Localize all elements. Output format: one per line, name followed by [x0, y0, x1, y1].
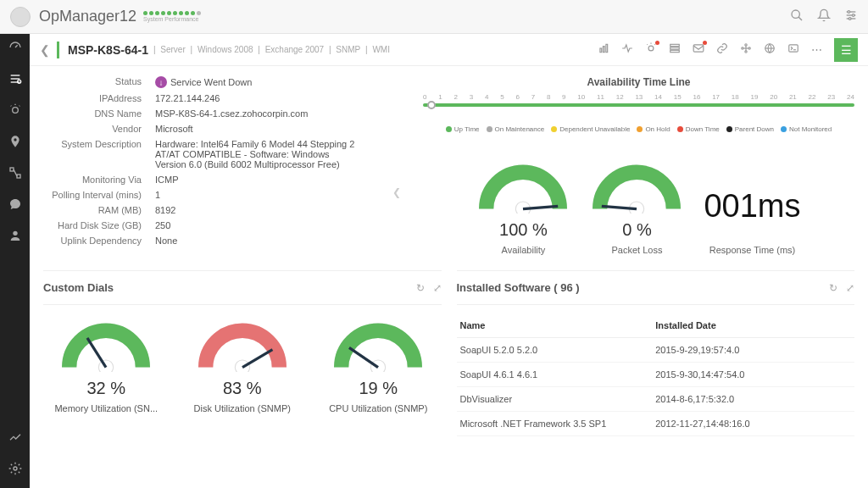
svg-rect-18	[10, 168, 14, 171]
device-meta: | Server | Windows 2008 | Exchange 2007 …	[153, 45, 392, 54]
svg-point-35	[745, 44, 747, 46]
svg-line-28	[654, 44, 655, 45]
status-badge: ↓Service Went Down	[155, 76, 252, 88]
svg-rect-31	[670, 47, 680, 49]
svg-line-29	[647, 44, 648, 45]
sidebar-dashboard-icon[interactable]	[7, 41, 24, 57]
system-performance-indicator: System Performance	[143, 11, 201, 22]
packet-loss-gauge: 0 % Packet Loss	[590, 158, 683, 255]
svg-rect-19	[17, 175, 20, 178]
refresh-icon[interactable]: ↻	[829, 282, 837, 294]
link-icon[interactable]	[716, 42, 728, 57]
device-info-panel: Status↓Service Went Down IPAddress172.21…	[43, 76, 408, 255]
device-name: MSP-K8S-64-1	[68, 43, 148, 57]
svg-point-34	[742, 47, 743, 49]
dial: 19 %CPU Utilization (SNMP)	[315, 317, 442, 413]
svg-rect-42	[789, 45, 798, 52]
svg-line-8	[15, 45, 18, 47]
svg-point-0	[792, 10, 799, 18]
svg-point-5	[848, 10, 850, 13]
sidebar-alarm-icon[interactable]	[7, 103, 24, 119]
status-bar	[57, 42, 59, 58]
mail-icon[interactable]	[693, 42, 704, 57]
table-row[interactable]: SoapUI 4.6.1 4.6.12015-9-30,14:47:54.0	[457, 363, 855, 387]
brand: OpManager12	[39, 8, 136, 25]
svg-line-49	[87, 338, 106, 368]
alarm-icon[interactable]	[645, 42, 657, 57]
svg-rect-32	[670, 50, 680, 52]
installed-software-panel: Installed Software ( 96 ) ↻⤢ NameInstall…	[457, 270, 855, 436]
svg-rect-30	[670, 44, 680, 46]
custom-dials-panel: Custom Dials ↻⤢ 32 %Memory Utilization (…	[43, 270, 442, 436]
expand-icon[interactable]: ⤢	[433, 282, 442, 294]
table-row[interactable]: Microsoft .NET Framework 3.5 SP12012-11-…	[457, 412, 855, 436]
dial: 83 %Disk Utilization (SNMP)	[180, 317, 306, 413]
availability-timeline[interactable]: 0123456789101112131415161718192021222324	[423, 93, 854, 119]
svg-point-37	[745, 51, 747, 53]
svg-line-1	[798, 17, 802, 20]
dial: 32 %Memory Utilization (SN...	[43, 317, 170, 413]
svg-line-16	[10, 106, 11, 107]
svg-line-51	[242, 350, 272, 368]
top-bar: OpManager12 System Performance	[0, 0, 868, 34]
sidebar-reports-icon[interactable]	[7, 430, 24, 446]
sidebar-chat-icon[interactable]	[7, 197, 24, 214]
sidebar	[0, 34, 30, 488]
svg-rect-33	[693, 45, 704, 52]
svg-rect-23	[600, 48, 602, 53]
collapse-icon[interactable]: ❮	[392, 186, 401, 198]
sidebar-gear-icon[interactable]	[7, 462, 24, 478]
device-header: ❮ MSP-K8S-64-1 | Server | Windows 2008 |…	[30, 34, 868, 66]
config-icon[interactable]	[669, 42, 681, 57]
svg-point-22	[14, 467, 17, 470]
terminal-icon[interactable]	[787, 42, 799, 57]
availability-gauge: 100 % Availability	[476, 158, 570, 255]
availability-title: Availability Time Line	[423, 76, 854, 88]
more-icon[interactable]: ⋯	[811, 43, 822, 56]
pulse-icon[interactable]	[621, 42, 633, 57]
svg-point-13	[12, 108, 18, 114]
sidebar-user-icon[interactable]	[7, 229, 24, 245]
svg-line-53	[349, 347, 378, 367]
menu-button[interactable]: ☰	[834, 38, 858, 62]
settings-icon[interactable]	[844, 8, 858, 25]
nodes-icon[interactable]	[740, 42, 752, 57]
svg-point-36	[748, 47, 750, 49]
svg-point-6	[852, 14, 854, 16]
response-time: 001ms Response Time (ms)	[704, 188, 800, 255]
sidebar-list-icon[interactable]	[7, 72, 24, 88]
bell-icon[interactable]	[817, 8, 831, 25]
svg-line-15	[19, 106, 19, 107]
svg-point-17	[14, 138, 16, 141]
svg-rect-25	[606, 44, 608, 52]
svg-point-21	[13, 231, 17, 236]
sidebar-network-icon[interactable]	[7, 166, 24, 182]
back-icon[interactable]: ❮	[40, 43, 50, 57]
svg-line-20	[14, 169, 17, 176]
svg-rect-24	[603, 47, 604, 53]
table-row[interactable]: DbVisualizer2014-8-6,17:5:32.0	[457, 387, 855, 412]
chart-icon[interactable]	[598, 42, 609, 57]
refresh-icon[interactable]: ↻	[416, 282, 425, 294]
globe-icon[interactable]	[764, 42, 776, 57]
expand-icon[interactable]: ⤢	[846, 282, 854, 294]
svg-point-7	[849, 17, 851, 19]
availability-legend: Up TimeOn MaintenanceDependent Unavailab…	[423, 125, 854, 133]
svg-point-26	[648, 46, 654, 51]
search-icon[interactable]	[790, 8, 804, 25]
avatar[interactable]	[10, 7, 31, 27]
table-row[interactable]: SoapUI 5.2.0 5.2.02015-9-29,19:57:4.0	[457, 338, 855, 363]
sidebar-location-icon[interactable]	[7, 135, 24, 151]
